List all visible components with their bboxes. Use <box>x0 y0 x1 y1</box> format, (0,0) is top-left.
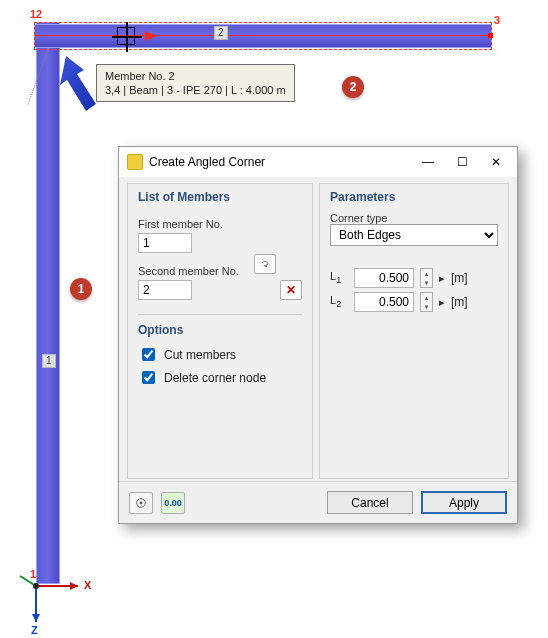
svg-point-8 <box>140 501 143 504</box>
dialog-footer: 0.00 Cancel Apply <box>119 481 517 523</box>
tooltip-detail: 3,4 | Beam | 3 - IPE 270 | L : 4.000 m <box>105 83 286 97</box>
member-axis-line <box>34 35 492 36</box>
node-marker <box>488 33 493 38</box>
close-button[interactable]: ✕ <box>479 150 513 174</box>
l2-spinner[interactable]: ▲▼ <box>420 292 433 312</box>
axis-label-x: X <box>84 579 91 591</box>
svg-point-6 <box>33 583 39 589</box>
clear-member-button[interactable]: ✕ <box>280 280 302 300</box>
create-angled-corner-dialog: Create Angled Corner — ☐ ✕ List of Membe… <box>118 146 518 524</box>
pick-icon <box>261 257 269 271</box>
second-member-field[interactable] <box>138 280 192 300</box>
options-group-title: Options <box>138 323 302 337</box>
delete-corner-node-label: Delete corner node <box>164 371 266 385</box>
l1-label: L1 <box>330 270 348 285</box>
node-label: 2 <box>36 8 42 20</box>
corner-type-select[interactable]: Both Edges <box>330 224 498 246</box>
dialog-icon <box>127 154 143 170</box>
pick-cursor-icon <box>117 27 135 45</box>
member-horizontal[interactable] <box>34 24 492 48</box>
l2-unit: [m] <box>451 295 468 309</box>
members-group-title: List of Members <box>138 190 302 204</box>
cut-members-checkbox[interactable] <box>142 348 155 361</box>
help-icon <box>136 496 146 510</box>
annotation-callout: 2 <box>342 76 364 98</box>
minimize-button[interactable]: — <box>411 150 445 174</box>
spin-down-icon[interactable]: ▼ <box>421 278 432 287</box>
cut-members-label: Cut members <box>164 348 236 362</box>
l1-row: L1 ▲▼ ▸ [m] <box>330 268 498 288</box>
member-vertical[interactable] <box>36 22 60 584</box>
member-tooltip: Member No. 2 3,4 | Beam | 3 - IPE 270 | … <box>96 64 295 102</box>
member-tag: 2 <box>214 26 228 40</box>
parameters-panel: Parameters Corner type Both Edges L1 ▲▼ … <box>319 183 509 479</box>
pick-member-button[interactable] <box>254 254 276 274</box>
cut-members-checkbox-row[interactable]: Cut members <box>138 345 302 364</box>
dialog-title-text: Create Angled Corner <box>149 155 411 169</box>
svg-marker-2 <box>70 582 78 590</box>
l1-spinner[interactable]: ▲▼ <box>420 268 433 288</box>
first-member-field[interactable] <box>138 233 192 253</box>
spin-up-icon[interactable]: ▲ <box>421 293 432 302</box>
axis-gizmo-icon <box>14 572 94 632</box>
l2-field[interactable] <box>354 292 414 312</box>
l2-label: L2 <box>330 294 348 309</box>
second-member-label: Second member No. <box>138 265 302 277</box>
cancel-button[interactable]: Cancel <box>327 491 413 514</box>
units-button[interactable]: 0.00 <box>161 492 185 514</box>
spin-down-icon[interactable]: ▼ <box>421 302 432 311</box>
svg-marker-0 <box>60 56 96 111</box>
parameters-group-title: Parameters <box>330 190 498 204</box>
annotation-callout: 1 <box>70 278 92 300</box>
help-button[interactable] <box>129 492 153 514</box>
members-panel: List of Members First member No. Second … <box>127 183 313 479</box>
spin-up-icon[interactable]: ▲ <box>421 269 432 278</box>
member-tag: 1 <box>42 354 56 368</box>
corner-type-label: Corner type <box>330 212 498 224</box>
delete-corner-node-checkbox-row[interactable]: Delete corner node <box>138 368 302 387</box>
delete-corner-node-checkbox[interactable] <box>142 371 155 384</box>
options-group: Options Cut members Delete corner node <box>138 314 302 470</box>
axis-label-z: Z <box>31 624 38 636</box>
svg-marker-4 <box>32 614 40 622</box>
dialog-body: List of Members First member No. Second … <box>119 177 517 481</box>
l1-field[interactable] <box>354 268 414 288</box>
unit-arrow-icon[interactable]: ▸ <box>439 296 445 309</box>
l1-unit: [m] <box>451 271 468 285</box>
tooltip-title: Member No. 2 <box>105 69 286 83</box>
modeling-viewport[interactable]: 1 2 3 1 2 1 Member No. 2 3,4 | Beam | 3 … <box>0 0 548 638</box>
unit-arrow-icon[interactable]: ▸ <box>439 272 445 285</box>
maximize-button[interactable]: ☐ <box>445 150 479 174</box>
first-member-label: First member No. <box>138 218 302 230</box>
apply-button[interactable]: Apply <box>421 491 507 514</box>
member-direction-arrow-icon <box>145 31 157 41</box>
l2-row: L2 ▲▼ ▸ [m] <box>330 292 498 312</box>
dialog-titlebar[interactable]: Create Angled Corner — ☐ ✕ <box>119 147 517 177</box>
node-label: 3 <box>494 14 500 26</box>
